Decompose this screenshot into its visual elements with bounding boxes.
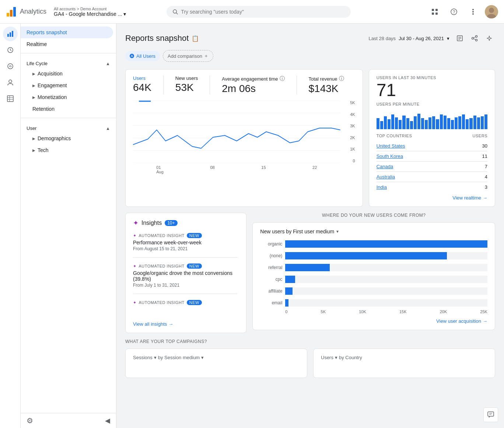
country-name[interactable]: India xyxy=(377,184,387,190)
edit-icon xyxy=(456,35,463,42)
realtime-bar xyxy=(414,116,417,129)
svg-line-37 xyxy=(473,39,476,40)
user-avatar[interactable] xyxy=(485,5,498,18)
realtime-bar xyxy=(388,119,391,130)
svg-rect-2 xyxy=(13,7,16,17)
cards-row: Users 64K New users 53K Averag xyxy=(125,69,495,207)
country-name[interactable]: United States xyxy=(377,143,405,149)
new-users-chart-header[interactable]: New users by First user medium ▾ xyxy=(260,229,487,234)
page-title-bookmark-icon[interactable]: 📋 xyxy=(192,35,199,42)
insights-section: ✦ Insights 10+ ✦ AUTOMATED INSIGHT New P… xyxy=(125,213,246,333)
medium-dropdown-arrow-icon: ▾ xyxy=(336,229,339,234)
insight-tag: ✦ AUTOMATED INSIGHT New xyxy=(133,233,237,238)
metrics-card: Users 64K New users 53K Averag xyxy=(125,69,363,207)
revenue-info-icon[interactable]: ⓘ xyxy=(339,75,344,82)
hbar-track xyxy=(285,287,487,295)
all-users-badge[interactable]: A All Users xyxy=(125,51,160,61)
svg-point-3 xyxy=(173,10,177,13)
view-realtime-link[interactable]: View realtime → xyxy=(377,195,487,201)
rail-reports-icon[interactable] xyxy=(3,26,18,41)
realtime-bar xyxy=(384,116,387,129)
sidebar-item-monetization[interactable]: ▶ Monetization xyxy=(21,91,113,103)
help-icon-btn[interactable]: ? xyxy=(447,4,461,19)
hbar-track xyxy=(285,299,487,307)
sidebar-item-retention[interactable]: Retention xyxy=(21,103,113,115)
top-countries-header: TOP COUNTRIES USERS xyxy=(377,134,487,138)
view-all-insights-link[interactable]: View all insights → xyxy=(133,321,239,327)
country-row: United States 30 xyxy=(377,141,487,151)
realtime-bar xyxy=(481,116,484,129)
sessions-dropdown-icon: ▾ xyxy=(154,355,157,360)
customize-report-icon-btn[interactable] xyxy=(454,32,466,44)
sidebar-item-realtime[interactable]: Realtime xyxy=(21,38,113,50)
sidebar-section-lifecycle[interactable]: Life Cycle ▲ xyxy=(21,56,116,68)
hbar-label: (none) xyxy=(260,253,282,258)
sidebar-section-user[interactable]: User ▲ xyxy=(21,121,116,132)
engagement-value: 2m 06s xyxy=(222,83,284,95)
insight-new-badge: New xyxy=(187,263,202,269)
more-options-icon-btn[interactable] xyxy=(466,4,480,19)
add-comparison-button[interactable]: Add comparison ＋ xyxy=(163,50,213,62)
rail-realtime-icon[interactable] xyxy=(3,43,18,57)
realtime-bar xyxy=(444,116,447,130)
search-input[interactable] xyxy=(181,9,345,15)
settings-icon-btn[interactable]: ⚙ xyxy=(27,416,33,425)
account-selector[interactable]: All accounts > Demo Account GA4 - Google… xyxy=(54,7,126,17)
country-name[interactable]: Australia xyxy=(377,174,395,180)
svg-rect-45 xyxy=(488,412,494,416)
realtime-bar xyxy=(447,118,450,129)
app-name: Analytics xyxy=(20,8,46,15)
feedback-button[interactable] xyxy=(483,407,498,422)
chart-y-axis: 5K 4K 3K 2K 1K 0 xyxy=(344,100,355,163)
campaign-sessions-header[interactable]: Sessions ▾ by Session medium ▾ xyxy=(133,355,300,360)
chart-svg-area xyxy=(133,100,340,163)
insight-sparkle-icon: ✦ xyxy=(133,264,137,269)
svg-point-24 xyxy=(9,80,12,83)
analytics-logo-icon xyxy=(6,6,17,17)
search-icon xyxy=(172,9,178,15)
date-range-selector[interactable]: Last 28 days Jul 30 - Aug 26, 2021 ▾ xyxy=(368,36,449,41)
hbar-row: organic xyxy=(260,240,487,248)
users-line-chart: 5K 4K 3K 2K 1K 0 xyxy=(133,100,355,174)
sidebar-item-reports-snapshot[interactable]: Reports snapshot xyxy=(21,26,113,38)
insights-icon-btn[interactable] xyxy=(483,32,495,44)
svg-line-36 xyxy=(473,37,476,38)
realtime-section-label: USERS IN LAST 30 MINUTES xyxy=(377,75,487,80)
account-breadcrumb: All accounts > Demo Account xyxy=(54,7,126,11)
realtime-bar xyxy=(417,114,420,130)
more-icon xyxy=(472,8,474,15)
rail-user-icon[interactable] xyxy=(3,75,18,90)
horizontal-bar-chart: organic (none) referral cpc affiliate xyxy=(260,240,487,307)
svg-point-11 xyxy=(472,9,474,10)
realtime-bar xyxy=(421,118,424,129)
rail-lifecycle-icon[interactable] xyxy=(3,59,18,74)
clock-icon xyxy=(7,46,14,54)
engagement-label: Average engagement time ⓘ xyxy=(222,75,284,82)
sidebar-item-engagement[interactable]: ▶ Engagement xyxy=(21,79,113,91)
country-name[interactable]: Canada xyxy=(377,164,393,169)
realtime-bar xyxy=(477,117,480,130)
hbar-row: (none) xyxy=(260,252,487,259)
hbar-fill xyxy=(285,276,295,283)
collapse-sidebar-icon-btn[interactable]: ◀ xyxy=(105,417,110,425)
users-label: Users xyxy=(133,75,151,81)
share-icon-btn[interactable] xyxy=(469,32,480,44)
apps-icon-btn[interactable] xyxy=(427,4,442,19)
insight-new-badge: New xyxy=(187,300,202,305)
sidebar-item-acquisition[interactable]: ▶ Acquisition xyxy=(21,68,113,79)
engagement-info-icon[interactable]: ⓘ xyxy=(280,75,285,82)
search-bar[interactable] xyxy=(167,6,351,18)
view-user-acquisition-link[interactable]: View user acquisition → xyxy=(260,318,487,324)
country-count: 7 xyxy=(485,164,487,169)
sidebar-item-tech[interactable]: ▶ Tech xyxy=(21,144,113,156)
realtime-bar xyxy=(377,118,379,129)
country-name[interactable]: South Korea xyxy=(377,153,403,159)
realtime-bar xyxy=(410,121,413,130)
insight-item: ✦ AUTOMATED INSIGHT New xyxy=(133,300,237,312)
campaign-users-header[interactable]: Users ▾ by Country xyxy=(321,355,487,360)
rail-explore-icon[interactable] xyxy=(3,91,18,106)
revenue-label: Total revenue ⓘ xyxy=(309,75,344,82)
insight-title: Performance week-over-week xyxy=(133,240,237,245)
svg-rect-18 xyxy=(10,32,11,37)
sidebar-item-demographics[interactable]: ▶ Demographics xyxy=(21,132,113,144)
